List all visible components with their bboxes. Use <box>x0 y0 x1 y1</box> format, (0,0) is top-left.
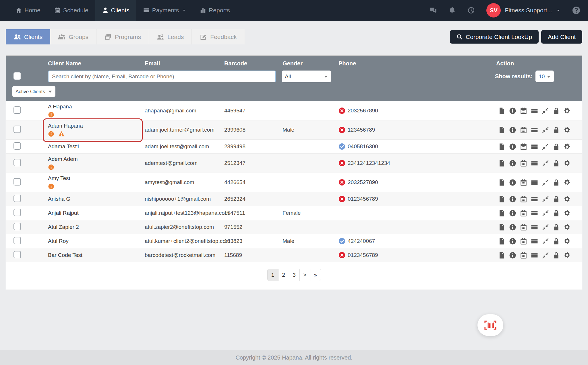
calendar-icon[interactable] <box>520 224 527 231</box>
lock-icon[interactable] <box>553 238 560 245</box>
documents-icon[interactable] <box>498 126 505 134</box>
lock-icon[interactable] <box>553 107 560 114</box>
gear-icon[interactable] <box>564 143 571 150</box>
calendar-icon[interactable] <box>520 107 527 114</box>
info-circle-icon[interactable] <box>509 160 516 167</box>
next-page-button[interactable]: > <box>299 269 310 281</box>
documents-icon[interactable] <box>498 238 505 245</box>
row-checkbox[interactable] <box>13 223 21 230</box>
info-icon[interactable] <box>48 131 54 137</box>
gear-icon[interactable] <box>564 179 571 186</box>
calendar-icon[interactable] <box>520 252 527 259</box>
compress-icon[interactable] <box>542 210 549 217</box>
tab-clients[interactable]: Clients <box>6 29 50 44</box>
gear-icon[interactable] <box>564 210 571 217</box>
clock-icon[interactable] <box>467 7 475 14</box>
nav-item-clients[interactable]: Clients <box>95 0 136 21</box>
search-input[interactable] <box>48 71 276 82</box>
gear-icon[interactable] <box>564 160 571 167</box>
row-checkbox[interactable] <box>13 178 21 186</box>
documents-icon[interactable] <box>498 107 505 114</box>
gear-icon[interactable] <box>564 252 571 259</box>
credit-card-icon[interactable] <box>531 224 538 231</box>
credit-card-icon[interactable] <box>531 143 538 150</box>
credit-card-icon[interactable] <box>531 160 538 167</box>
documents-icon[interactable] <box>498 179 505 186</box>
documents-icon[interactable] <box>498 210 505 217</box>
row-checkbox[interactable] <box>13 142 21 150</box>
row-checkbox[interactable] <box>13 251 21 258</box>
calendar-icon[interactable] <box>520 126 527 134</box>
calendar-icon[interactable] <box>520 210 527 217</box>
lock-icon[interactable] <box>553 179 560 186</box>
row-checkbox[interactable] <box>13 126 21 133</box>
compress-icon[interactable] <box>542 179 549 186</box>
nav-item-schedule[interactable]: Schedule <box>47 0 95 21</box>
tab-groups[interactable]: Groups <box>50 29 96 44</box>
client-status-filter-select[interactable]: Active Clients <box>12 86 55 97</box>
info-circle-icon[interactable] <box>509 224 516 231</box>
credit-card-icon[interactable] <box>531 238 538 245</box>
info-icon[interactable] <box>48 112 54 118</box>
info-icon[interactable] <box>48 164 54 170</box>
info-icon[interactable] <box>48 183 54 190</box>
lock-icon[interactable] <box>553 143 560 150</box>
compress-icon[interactable] <box>542 238 549 245</box>
page-button-3[interactable]: 3 <box>289 269 299 281</box>
corporate-client-lookup-button[interactable]: Corporate Client LookUp <box>450 30 539 44</box>
select-all-checkbox[interactable] <box>13 72 21 80</box>
lock-icon[interactable] <box>553 224 560 231</box>
calendar-icon[interactable] <box>520 196 527 203</box>
lock-icon[interactable] <box>553 196 560 203</box>
tab-programs[interactable]: Programs <box>96 29 149 44</box>
compress-icon[interactable] <box>542 107 549 114</box>
row-checkbox[interactable] <box>13 159 21 166</box>
gear-icon[interactable] <box>564 107 571 114</box>
row-checkbox[interactable] <box>13 209 21 216</box>
documents-icon[interactable] <box>498 143 505 150</box>
show-results-select[interactable]: 10 <box>535 71 554 82</box>
add-client-button[interactable]: Add Client <box>541 30 582 44</box>
credit-card-icon[interactable] <box>531 126 538 134</box>
credit-card-icon[interactable] <box>531 179 538 186</box>
warning-icon[interactable] <box>58 131 65 137</box>
row-checkbox[interactable] <box>13 106 21 114</box>
gear-icon[interactable] <box>564 126 571 134</box>
bell-icon[interactable] <box>448 7 456 14</box>
info-circle-icon[interactable] <box>509 107 516 114</box>
credit-card-icon[interactable] <box>531 252 538 259</box>
calendar-icon[interactable] <box>520 238 527 245</box>
info-circle-icon[interactable] <box>509 238 516 245</box>
nav-item-reports[interactable]: Reports <box>193 0 237 21</box>
credit-card-icon[interactable] <box>531 196 538 203</box>
compress-icon[interactable] <box>542 143 549 150</box>
documents-icon[interactable] <box>498 196 505 203</box>
calendar-icon[interactable] <box>520 179 527 186</box>
tab-leads[interactable]: Leads <box>149 29 192 44</box>
info-circle-icon[interactable] <box>509 179 516 186</box>
compress-icon[interactable] <box>542 252 549 259</box>
gear-icon[interactable] <box>564 224 571 231</box>
page-button-1[interactable]: 1 <box>268 269 278 281</box>
gender-filter-select[interactable]: All <box>282 71 331 82</box>
compress-icon[interactable] <box>542 160 549 167</box>
barcode-scan-button[interactable] <box>477 314 503 336</box>
nav-item-home[interactable]: Home <box>9 0 47 21</box>
documents-icon[interactable] <box>498 224 505 231</box>
row-checkbox[interactable] <box>13 195 21 202</box>
row-checkbox[interactable] <box>13 237 21 244</box>
info-circle-icon[interactable] <box>509 252 516 259</box>
documents-icon[interactable] <box>498 160 505 167</box>
documents-icon[interactable] <box>498 252 505 259</box>
page-button-2[interactable]: 2 <box>278 269 289 281</box>
info-circle-icon[interactable] <box>509 196 516 203</box>
lock-icon[interactable] <box>553 160 560 167</box>
gear-icon[interactable] <box>564 238 571 245</box>
chat-icon[interactable] <box>430 7 437 14</box>
last-page-button[interactable]: » <box>310 269 321 281</box>
calendar-icon[interactable] <box>520 143 527 150</box>
credit-card-icon[interactable] <box>531 107 538 114</box>
compress-icon[interactable] <box>542 196 549 203</box>
lock-icon[interactable] <box>553 126 560 134</box>
info-circle-icon[interactable] <box>509 210 516 217</box>
